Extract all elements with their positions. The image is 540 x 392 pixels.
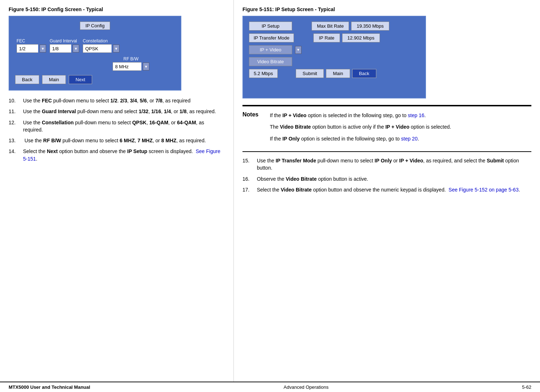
step-11: 11. Use the Guard Interval pull-down men… — [9, 108, 225, 115]
max-bit-rate-value: 19.350 Mbps — [351, 22, 389, 31]
guard-interval-label: Guard Interval — [50, 38, 77, 43]
footer-page: 5-62 — [522, 384, 531, 390]
back-button-left[interactable]: Back — [15, 75, 39, 84]
notes-content: If the IP + Video option is selected in … — [270, 111, 451, 146]
footer-product: MTX5000 — [9, 384, 29, 390]
notes-section: Notes If the IP + Video option is select… — [242, 106, 531, 152]
notes-para3: If the IP Only option is selected in the… — [270, 135, 451, 143]
footer: MTX5000 User and Technical Manual Advanc… — [0, 382, 540, 392]
main-button-left[interactable]: Main — [42, 75, 66, 84]
fec-label: FEC — [17, 38, 25, 43]
constellation-value: QPSK — [83, 44, 112, 53]
ip-setup-screen: IP Setup Max Bit Rate 19.350 Mbps IP Tra… — [242, 16, 426, 98]
fec-value: 1/2 — [17, 44, 38, 53]
constellation-label: Constellation — [83, 38, 108, 43]
ip-rate-label: IP Rate — [313, 33, 340, 42]
footer-manual: User and Technical Manual — [29, 384, 90, 390]
steps-right: 15. Use the IP Transfer Mode pull-down m… — [242, 157, 531, 193]
ip-config-screen: IP Config FEC 1/2 ▼ Guard Interval 1/8 — [9, 16, 181, 91]
ip-config-title: IP Config — [80, 22, 110, 30]
guard-dropdown[interactable]: 1/8 ▼ — [50, 44, 79, 53]
step-14: 14. Select the Next option button and ob… — [9, 148, 225, 162]
submit-button[interactable]: Submit — [296, 69, 324, 78]
video-bitrate-btn[interactable]: Video Bitrate — [249, 57, 292, 66]
main-button-right[interactable]: Main — [326, 69, 350, 78]
rfbw-dropdown[interactable]: 8 MHz ▼ — [87, 62, 175, 71]
right-figure-title: Figure 5-151: IP Setup Screen - Typical — [242, 6, 531, 12]
notes-label: Notes — [242, 111, 264, 146]
step-10: 10. Use the FEC pull-down menu to select… — [9, 97, 225, 104]
footer-section: Advanced Operations — [90, 384, 522, 390]
rfbw-value: 8 MHz — [113, 62, 141, 71]
step-17: 17. Select the Video Bitrate option butt… — [242, 186, 531, 193]
step-16-link[interactable]: step 16 — [408, 112, 425, 118]
fec-arrow-icon[interactable]: ▼ — [40, 45, 46, 52]
notes-para2: The Video Bitrate option button is activ… — [270, 123, 451, 131]
step-13: 13. Use the RF B/W pull-down menu to sel… — [9, 137, 225, 144]
back-button-right[interactable]: Back — [352, 69, 376, 78]
step-12: 12. Use the Constellation pull-down menu… — [9, 119, 225, 134]
ip-plus-video-btn[interactable]: IP + Video — [249, 45, 292, 54]
guard-value: 1/8 — [50, 44, 71, 53]
figure-5-152-link[interactable]: See Figure 5-152 on page 5-63 — [449, 187, 519, 193]
ip-transfer-mode-label: IP Transfer Mode — [249, 33, 294, 42]
rfbw-label: RF B/W — [87, 56, 175, 61]
step-16: 16. Observe the Video Bitrate option but… — [242, 175, 531, 183]
guard-arrow-icon[interactable]: ▼ — [73, 45, 79, 52]
max-bit-rate-label: Max Bit Rate — [312, 22, 349, 31]
next-button-left[interactable]: Next — [69, 75, 92, 84]
ip-rate-value: 12.902 Mbps — [342, 33, 380, 42]
ip-plus-video-arrow-icon[interactable]: ▼ — [295, 46, 301, 54]
video-bitrate-value: 5.2 Mbps — [249, 69, 278, 78]
step-15: 15. Use the IP Transfer Mode pull-down m… — [242, 157, 531, 172]
step-20-link[interactable]: step 20 — [401, 136, 418, 142]
steps-left: 10. Use the FEC pull-down menu to select… — [9, 97, 225, 162]
fec-dropdown[interactable]: 1/2 ▼ — [17, 44, 46, 53]
notes-para1: If the IP + Video option is selected in … — [270, 111, 451, 119]
ip-setup-title: IP Setup — [249, 22, 292, 31]
constellation-arrow-icon[interactable]: ▼ — [113, 45, 119, 52]
constellation-dropdown[interactable]: QPSK ▼ — [83, 44, 119, 53]
ip-plus-video-row[interactable]: IP + Video ▼ — [249, 45, 419, 54]
rfbw-arrow-icon[interactable]: ▼ — [143, 63, 149, 70]
left-figure-title: Figure 5-150: IP Config Screen - Typical — [9, 6, 225, 12]
